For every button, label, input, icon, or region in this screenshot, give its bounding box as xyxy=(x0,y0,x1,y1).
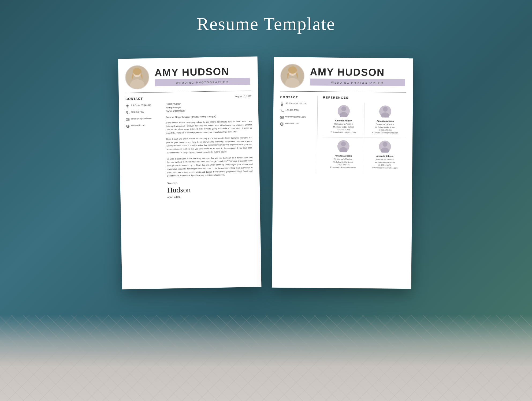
refs-address: RS Cross ST, NY, US xyxy=(285,102,306,105)
svg-point-25 xyxy=(339,147,347,152)
cover-letter-name-section: AMY HUDSON WEDDING PHOTOGRAPHER xyxy=(154,66,250,86)
refs-email: yourname@mail.com xyxy=(285,115,306,118)
svg-point-22 xyxy=(383,107,388,112)
ref-card-4: Amanda Allison Reference's Position Mt. … xyxy=(364,138,406,173)
refs-contact-title: CONTACT xyxy=(280,95,313,99)
website-icon xyxy=(126,124,129,128)
ref-card-3: Amanda Allison Reference's Position Mt. … xyxy=(322,137,364,172)
references-name-section: AMY HUDSON WEDDING PHOTOGRAPHER xyxy=(310,67,405,86)
ref-position-4: Reference's Position xyxy=(367,158,403,161)
svg-point-21 xyxy=(339,112,347,117)
contact-title: CONTACT xyxy=(125,96,160,101)
ref-name-3: Amanda Allison xyxy=(325,154,361,157)
svg-point-20 xyxy=(341,106,346,111)
refs-website-item: www.web.com xyxy=(280,122,313,126)
contact-email-item: yourname@mail.com xyxy=(126,117,161,121)
ref-email-1: E: Amandaallison@yahoo.com xyxy=(325,131,361,133)
location-icon xyxy=(125,104,129,108)
cover-letter-avatar xyxy=(125,65,149,90)
letter-date: August 10, 2017 xyxy=(166,95,251,99)
contact-email: yourname@mail.com xyxy=(131,117,151,120)
contact-website-item: www.web.com xyxy=(126,124,161,128)
letter-signature: Hudson xyxy=(167,184,253,195)
cover-letter-header: AMY HUDSON WEDDING PHOTOGRAPHER xyxy=(118,57,258,90)
ref-phone-3: C: 523.123.456 xyxy=(325,164,361,166)
refs-main-col: REFERENCES Amanda Allison Refere xyxy=(317,96,406,173)
contact-phone: 123.456.7890 xyxy=(131,110,144,114)
ref-email-2: E: Amandaallison@yahoo.com xyxy=(367,132,403,134)
references-subtitle: WEDDING PHOTOGRAPHER xyxy=(331,81,384,85)
ref-school-1: Mt. Baker Middle School xyxy=(325,126,361,128)
ref-card-1: Amanda Allison Reference's Position Mt. … xyxy=(323,102,364,138)
svg-point-15 xyxy=(281,103,282,104)
marble-floor xyxy=(0,315,532,401)
letter-paragraph-3: Or, write a pain letter. Show the hiring… xyxy=(166,156,252,178)
letter-salutation: Dear Mr. Roger Krugger (or Dear Hiring M… xyxy=(166,114,252,119)
cover-letter-body: CONTACT RS Cross ST, NY, US xyxy=(118,91,260,205)
svg-point-5 xyxy=(127,105,128,106)
ref-card-2: Amanda Allison Reference's Position Mt. … xyxy=(364,103,406,138)
references-document: AMY HUDSON WEDDING PHOTOGRAPHER CONTACT xyxy=(272,57,413,289)
refs-grid: Amanda Allison Reference's Position Mt. … xyxy=(322,102,406,173)
references-avatar xyxy=(280,64,304,88)
ref-avatar-1 xyxy=(337,105,349,117)
refs-email-item: yourname@mail.com xyxy=(280,115,313,120)
documents-wrapper: AMY HUDSON WEDDING PHOTOGRAPHER CONTACT xyxy=(0,58,532,288)
letter-paragraph-2: Keep it short and sweet. Flatter the com… xyxy=(166,136,252,155)
refs-phone: 123.456.7890 xyxy=(285,109,298,112)
refs-columns: CONTACT RS Cross ST, NY, US xyxy=(273,95,413,173)
svg-point-24 xyxy=(341,142,345,146)
contact-address-item: RS Cross ST, NY, US xyxy=(125,103,160,108)
cover-letter-document: AMY HUDSON WEDDING PHOTOGRAPHER CONTACT xyxy=(118,57,261,289)
letter-paragraph-1: Cover letters are not necessary unless t… xyxy=(166,120,252,135)
ref-school-3: Mt. Baker Middle School xyxy=(325,161,361,163)
cover-letter-subtitle: WEDDING PHOTOGRAPHER xyxy=(176,80,228,84)
ref-position-2: Reference's Position xyxy=(367,123,403,126)
cover-letter-name: AMY HUDSON xyxy=(154,66,250,78)
page-title-section: Resume Template xyxy=(0,13,532,35)
refs-website-icon xyxy=(280,122,284,126)
ref-avatar-2 xyxy=(379,105,391,117)
contact-website: www.web.com xyxy=(131,124,145,127)
refs-email-icon xyxy=(280,116,284,119)
contact-address: RS Cross ST, NY, US xyxy=(131,103,151,107)
phone-icon xyxy=(125,111,129,115)
refs-location-icon xyxy=(280,102,284,106)
letter-closing: Sincerely, xyxy=(167,180,253,185)
ref-position-3: Reference's Position xyxy=(325,158,361,160)
svg-rect-6 xyxy=(126,118,129,121)
ref-name-2: Amanda Allison xyxy=(367,120,403,122)
cover-letter-title-bar: WEDDING PHOTOGRAPHER xyxy=(154,78,250,86)
contact-sidebar: CONTACT RS Cross ST, NY, US xyxy=(125,96,162,199)
references-body: CONTACT RS Cross ST, NY, US xyxy=(273,91,413,179)
refs-section-title: REFERENCES xyxy=(323,96,406,100)
letter-recipient: Roger Krugger Hiring Manager Name of Com… xyxy=(166,101,252,113)
ref-phone-4: C: 523.123.456 xyxy=(367,164,403,166)
main-title: Resume Template xyxy=(0,13,532,35)
letter-signname: Amy Hudson xyxy=(167,194,253,199)
refs-phone-item: 123.456.7890 xyxy=(280,109,313,113)
svg-point-26 xyxy=(382,142,387,147)
references-name: AMY HUDSON xyxy=(310,67,405,78)
ref-school-2: Mt. Baker Middle School xyxy=(367,126,403,128)
ref-email-3: E: Amandaallison@yahoo.com xyxy=(325,166,361,168)
svg-point-27 xyxy=(381,147,389,153)
cover-letter-main: August 10, 2017 Roger Krugger Hiring Man… xyxy=(166,95,253,199)
contact-phone-item: 123.456.7890 xyxy=(125,110,160,115)
refs-address-item: RS Cross ST, NY, US xyxy=(280,102,313,106)
ref-name-4: Amanda Allison xyxy=(367,155,403,158)
ref-phone-2: C: 523.123.456 xyxy=(367,129,403,131)
email-icon xyxy=(126,118,129,121)
references-header: AMY HUDSON WEDDING PHOTOGRAPHER xyxy=(273,57,413,89)
ref-position-1: Reference's Position xyxy=(325,122,361,125)
ref-avatar-3 xyxy=(337,140,349,152)
refs-phone-icon xyxy=(280,109,284,113)
svg-point-23 xyxy=(381,112,389,117)
svg-rect-16 xyxy=(280,116,283,118)
ref-phone-1: C: 523.123.456 xyxy=(325,128,361,131)
ref-email-4: E: Amandaallison@yahoo.com xyxy=(367,167,403,169)
refs-website: www.web.com xyxy=(285,122,299,125)
ref-avatar-4 xyxy=(379,140,391,153)
refs-contact-col: CONTACT RS Cross ST, NY, US xyxy=(280,95,318,172)
ref-name-1: Amanda Allison xyxy=(325,119,361,122)
